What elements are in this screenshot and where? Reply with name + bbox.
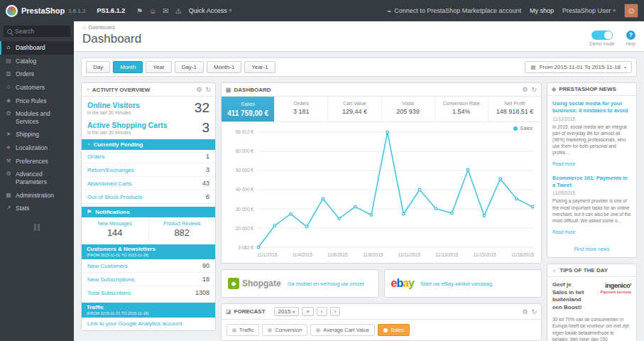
demo-mode-label: Demo mode bbox=[589, 41, 614, 46]
toggle-knob bbox=[604, 31, 612, 39]
avatar[interactable] bbox=[624, 4, 638, 18]
out-of-stock-value: 6 bbox=[206, 193, 209, 200]
kpi-net-profit[interactable]: Net Profit148 918,51 € bbox=[489, 97, 541, 121]
sidebar-item-customers[interactable]: ☺Customers bbox=[0, 81, 74, 94]
product-reviews-cell[interactable]: Product Reviews 882 bbox=[149, 217, 216, 242]
customers-notifications-icon[interactable]: ☺ bbox=[149, 7, 156, 15]
messages-notifications-icon[interactable]: ✉ bbox=[163, 7, 168, 15]
first-page-button[interactable]: « bbox=[302, 307, 313, 316]
gear-icon[interactable]: ⚙ bbox=[522, 308, 528, 315]
out-of-stock-link[interactable]: Out of Stock Products bbox=[87, 194, 143, 200]
kpi-orders[interactable]: Orders3 181 bbox=[275, 97, 328, 121]
refresh-icon[interactable]: ↻ bbox=[531, 86, 537, 93]
filter-year-button[interactable]: Year bbox=[146, 61, 171, 73]
next-button[interactable]: › bbox=[330, 307, 341, 316]
tips-body-text: 30 tot 70% van de consumenten in Europa … bbox=[552, 316, 631, 341]
legend-conversion[interactable]: Conversion bbox=[262, 324, 307, 336]
sidebar-item-label: Price Rules bbox=[16, 97, 46, 105]
sidebar-item-catalog[interactable]: ▤Catalog bbox=[0, 55, 74, 68]
breadcrumb-home-icon: ⌂ bbox=[82, 24, 86, 31]
news-article-title[interactable]: Using social media for your business: 4 … bbox=[552, 100, 631, 114]
news-article-excerpt: Picking a payment provider is one of the… bbox=[552, 197, 631, 223]
find-more-news-link[interactable]: Find more news bbox=[547, 244, 636, 257]
sidebar-item-label: Customers bbox=[16, 84, 45, 92]
filter-month-button[interactable]: Month bbox=[113, 61, 143, 73]
gear-icon[interactable]: ⚙ bbox=[196, 86, 202, 93]
x-tick: 11/11/2015 bbox=[398, 252, 421, 257]
traffic-range: (FROM 2015-11-01 TO 2015-11-18) bbox=[87, 311, 210, 315]
help-icon[interactable]: ? bbox=[626, 31, 635, 40]
legend-traffic[interactable]: Traffic bbox=[227, 324, 259, 336]
filter-year-1-button[interactable]: Year-1 bbox=[244, 61, 275, 73]
shop-name-menu[interactable]: PS1.6.1.2 bbox=[93, 7, 130, 14]
sidebar-item-advanced-parameters[interactable]: ⚙Advanced Parameters bbox=[0, 168, 74, 188]
my-shop-link[interactable]: My shop bbox=[530, 7, 554, 14]
shopgate-logo-icon: ◆ bbox=[228, 278, 239, 289]
pending-orders-link[interactable]: Orders bbox=[87, 153, 104, 160]
sidebar-item-stats[interactable]: ↗Stats bbox=[0, 202, 74, 215]
legend-average-cart-value[interactable]: Average Cart Value bbox=[310, 324, 375, 336]
abandoned-carts-link[interactable]: Abandoned Carts bbox=[87, 180, 131, 187]
sidebar-item-orders[interactable]: ▥Orders bbox=[0, 67, 74, 81]
sidebar-item-preferences[interactable]: ⚒Preferences bbox=[0, 155, 74, 168]
year-select-value: 2015 bbox=[278, 308, 291, 315]
news-panel-title: PRESTASHOP NEWS bbox=[559, 86, 616, 92]
date-range-button[interactable]: ▦ From 2015-11-01 To 2015-11-18 ▾ bbox=[525, 61, 632, 73]
ebay-link[interactable]: Start uw eBay-winkel vandaag bbox=[420, 281, 492, 287]
dashboard-icon: ⌂ bbox=[5, 44, 12, 51]
search-input[interactable] bbox=[15, 28, 65, 35]
middle-column: ▦ DASHBOARD ⚙ ↻ Sales411 759,00 € Orders… bbox=[221, 82, 542, 341]
sidebar-item-dashboard[interactable]: ⌂Dashboard bbox=[0, 41, 74, 55]
sidebar-collapse-toggle[interactable] bbox=[0, 215, 74, 239]
sidebar-item-modules[interactable]: ⚙Modules and Services bbox=[0, 107, 74, 128]
shopgate-brand: Shopgate bbox=[242, 278, 281, 288]
orders-icon: ▥ bbox=[5, 70, 12, 77]
sidebar-item-administration[interactable]: ▦Administration bbox=[0, 189, 74, 202]
x-tick: 11/18/2015 bbox=[511, 252, 534, 257]
shopgate-link[interactable]: Ga mobiel en verhoog uw omzet bbox=[288, 281, 364, 287]
online-visitors-link[interactable]: Online Visitors bbox=[87, 101, 140, 109]
kpi-cart-value[interactable]: Cart Value129,44 € bbox=[328, 97, 381, 121]
sidebar-item-localization[interactable]: ✈Localization bbox=[0, 141, 74, 155]
filter-month-1-button[interactable]: Month-1 bbox=[207, 61, 241, 73]
sidebar-item-shipping[interactable]: ➤Shipping bbox=[0, 128, 74, 141]
orders-notifications-icon[interactable]: ⚑ bbox=[136, 7, 143, 15]
prestashop-home-link[interactable]: PrestaShop 1.6.1.2 bbox=[6, 5, 86, 17]
kpi-visits[interactable]: Visits205 939 bbox=[382, 97, 435, 121]
refresh-icon[interactable]: ↻ bbox=[531, 308, 537, 315]
new-messages-cell[interactable]: New Messages 144 bbox=[82, 217, 149, 242]
sidebar-item-price-rules[interactable]: ◈Price Rules bbox=[0, 94, 74, 108]
x-tick: 11/4/2015 bbox=[293, 252, 312, 257]
user-menu[interactable]: PrestaShop User ▾ bbox=[562, 7, 616, 14]
new-customers-link[interactable]: New Customers bbox=[87, 263, 128, 269]
legend-sales[interactable]: Sales bbox=[378, 324, 410, 336]
topbar-notification-icons: ⚑ ☺ ✉ ⚠ bbox=[136, 7, 182, 15]
prev-button[interactable]: ‹ bbox=[317, 307, 327, 316]
demo-mode-toggle[interactable] bbox=[591, 31, 613, 40]
kpi-conversion-rate[interactable]: Conversion Rate1.54% bbox=[435, 97, 489, 121]
debug-icon[interactable]: ⚠ bbox=[175, 7, 182, 15]
refresh-icon[interactable]: ↻ bbox=[205, 86, 211, 93]
total-subscribers-link[interactable]: Total Subscribers bbox=[87, 290, 131, 296]
read-more-link[interactable]: Read more bbox=[552, 161, 575, 166]
active-carts-sub: in the last 30 minutes bbox=[87, 130, 168, 135]
news-article-title[interactable]: Ecommerce 101: Payments in a Tweet bbox=[552, 175, 631, 189]
filter-day-button[interactable]: Day bbox=[86, 61, 110, 73]
customers-row: Total Subscribers1308 bbox=[82, 286, 215, 300]
year-select[interactable]: 2015 ▾ bbox=[274, 307, 300, 316]
notifications-header: ⚑ Notifications bbox=[82, 207, 215, 217]
filter-day-1-button[interactable]: Day-1 bbox=[175, 61, 204, 73]
y-tick: 50 000 € bbox=[229, 168, 253, 173]
google-analytics-link[interactable]: Link to your Google Analytics account bbox=[87, 320, 182, 327]
y-tick: 66 912 € bbox=[229, 129, 253, 134]
kpi-sales[interactable]: Sales411 759,00 € bbox=[222, 97, 275, 121]
pending-row: Return/Exchanges3 bbox=[82, 163, 215, 177]
active-carts-link[interactable]: Active Shopping Carts bbox=[87, 121, 168, 129]
new-subscriptions-link[interactable]: New Subscriptions bbox=[87, 276, 134, 283]
x-tick: 11/1/2015 bbox=[257, 252, 277, 257]
marketplace-link[interactable]: ⌁ Connect to PrestaShop Marketplace acco… bbox=[387, 7, 521, 15]
read-more-link[interactable]: Read more bbox=[552, 229, 575, 234]
gear-icon[interactable]: ⚙ bbox=[522, 86, 528, 93]
returns-link[interactable]: Return/Exchanges bbox=[87, 167, 134, 173]
quick-access-menu[interactable]: Quick Access ▾ bbox=[189, 7, 232, 14]
